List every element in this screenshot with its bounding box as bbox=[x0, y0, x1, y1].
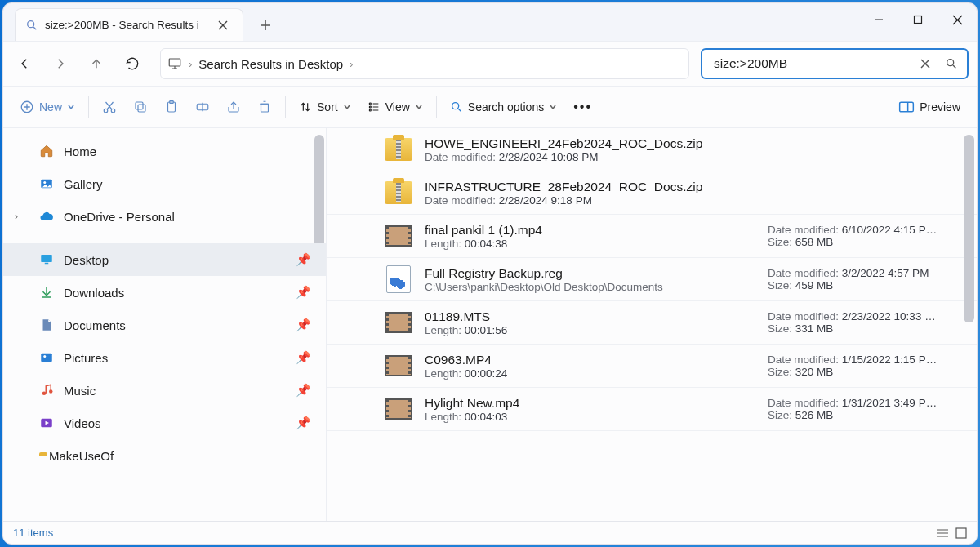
sidebar-item-gallery[interactable]: Gallery bbox=[3, 167, 326, 200]
rename-button[interactable] bbox=[187, 92, 218, 122]
file-row[interactable]: 01189.MTS Length: 00:01:56 Date modified… bbox=[327, 301, 977, 345]
view-menu[interactable]: View bbox=[359, 92, 431, 122]
svg-line-17 bbox=[953, 65, 956, 68]
more-button[interactable]: ••• bbox=[565, 92, 600, 122]
search-input[interactable] bbox=[712, 56, 910, 72]
pin-icon: 📌 bbox=[296, 318, 311, 332]
new-tab-button[interactable] bbox=[252, 11, 279, 39]
active-tab[interactable]: size:>200MB - Search Results i bbox=[15, 8, 243, 41]
svg-line-44 bbox=[458, 109, 461, 111]
results-pane: HOWE_ENGINEERI_24Feb2024_ROC_Docs.zip Da… bbox=[327, 128, 977, 521]
label: Pictures bbox=[64, 351, 108, 365]
video-file-icon bbox=[385, 355, 412, 376]
navigation-pane: Home Gallery › OneDrive - Personal Deskt… bbox=[3, 128, 327, 521]
copy-button[interactable] bbox=[125, 92, 156, 122]
label: Videos bbox=[64, 416, 101, 430]
sidebar-item-downloads[interactable]: Downloads 📌 bbox=[3, 276, 326, 309]
svg-rect-45 bbox=[900, 102, 914, 112]
file-meta: Length: 00:01:56 bbox=[425, 324, 756, 336]
view-label: View bbox=[385, 100, 410, 113]
maximize-button[interactable] bbox=[898, 3, 938, 36]
address-bar: › Search Results in Desktop › bbox=[3, 41, 977, 86]
preview-toggle[interactable]: Preview bbox=[890, 92, 969, 122]
file-row[interactable]: Hylight New.mp4 Length: 00:04:03 Date mo… bbox=[327, 388, 977, 431]
sidebar-item-home[interactable]: Home bbox=[3, 135, 326, 167]
file-right-meta: Date modified: 1/31/2021 3:49 P… Size: 5… bbox=[768, 397, 957, 421]
sidebar-item-documents[interactable]: Documents 📌 bbox=[3, 309, 326, 341]
delete-button[interactable] bbox=[249, 92, 280, 122]
status-bar: 11 items bbox=[3, 521, 977, 544]
file-meta: Date modified: 2/28/2024 10:08 PM bbox=[425, 151, 957, 163]
content-scrollbar[interactable] bbox=[964, 135, 974, 322]
sidebar-item-music[interactable]: Music 📌 bbox=[3, 374, 326, 407]
file-right-meta: Date modified: 6/10/2022 4:15 P… Size: 6… bbox=[768, 224, 957, 248]
search-icon bbox=[25, 19, 38, 32]
refresh-button[interactable] bbox=[116, 49, 149, 78]
chevron-right-icon[interactable]: › bbox=[15, 211, 18, 222]
file-name: INFRASTRUCTURE_28Feb2024_ROC_Docs.zip bbox=[425, 180, 957, 194]
svg-rect-25 bbox=[138, 105, 145, 112]
share-button[interactable] bbox=[218, 92, 249, 122]
file-meta: Date modified: 2/28/2024 9:18 PM bbox=[425, 194, 957, 207]
tab-close-button[interactable] bbox=[212, 14, 234, 37]
file-row[interactable]: INFRASTRUCTURE_28Feb2024_ROC_Docs.zip Da… bbox=[327, 171, 977, 215]
search-box[interactable] bbox=[701, 48, 969, 79]
file-meta: Length: 00:00:24 bbox=[425, 367, 756, 380]
file-row[interactable]: final pankil 1 (1).mp4 Length: 00:04:38 … bbox=[327, 215, 977, 258]
gallery-icon bbox=[39, 176, 54, 191]
video-file-icon bbox=[385, 398, 412, 420]
search-icon[interactable] bbox=[941, 53, 962, 74]
sidebar-item-onedrive[interactable]: › OneDrive - Personal bbox=[3, 200, 326, 233]
svg-point-56 bbox=[49, 389, 53, 394]
pin-icon: 📌 bbox=[296, 285, 311, 300]
pin-icon: 📌 bbox=[296, 252, 311, 267]
window-controls bbox=[859, 3, 977, 36]
paste-button[interactable] bbox=[156, 92, 187, 122]
preview-label: Preview bbox=[920, 100, 960, 113]
sidebar-item-pictures[interactable]: Pictures 📌 bbox=[3, 341, 326, 374]
close-window-button[interactable] bbox=[938, 3, 977, 36]
label: Documents bbox=[64, 318, 126, 332]
svg-line-1 bbox=[33, 27, 36, 29]
svg-point-48 bbox=[43, 181, 46, 184]
file-row[interactable]: C0963.MP4 Length: 00:00:24 Date modified… bbox=[327, 345, 977, 388]
svg-point-0 bbox=[28, 20, 34, 27]
minimize-button[interactable] bbox=[859, 3, 898, 36]
search-options-menu[interactable]: Search options bbox=[442, 92, 565, 122]
cloud-icon bbox=[39, 209, 54, 224]
file-row[interactable]: Full Registry Backup.reg C:\Users\panki\… bbox=[327, 258, 977, 301]
view-switcher bbox=[936, 527, 967, 539]
file-row[interactable]: HOWE_ENGINEERI_24Feb2024_ROC_Docs.zip Da… bbox=[327, 128, 977, 171]
document-icon bbox=[39, 318, 54, 332]
reg-file-icon bbox=[386, 265, 411, 293]
tab-title: size:>200MB - Search Results i bbox=[45, 19, 205, 31]
clear-search-button[interactable] bbox=[915, 53, 936, 74]
label: Music bbox=[64, 384, 96, 398]
sidebar-item-desktop[interactable]: Desktop 📌 bbox=[3, 243, 326, 276]
svg-point-37 bbox=[369, 103, 371, 105]
forward-button[interactable] bbox=[44, 49, 77, 78]
cut-button[interactable] bbox=[94, 92, 125, 122]
svg-point-38 bbox=[369, 106, 371, 108]
label: Desktop bbox=[64, 253, 109, 267]
breadcrumb-bar[interactable]: › Search Results in Desktop › bbox=[160, 48, 689, 79]
sort-menu[interactable]: Sort bbox=[291, 92, 359, 122]
download-icon bbox=[39, 285, 54, 300]
file-name: final pankil 1 (1).mp4 bbox=[425, 223, 756, 238]
ribbon-toolbar: New Sort View Search options ••• bbox=[3, 86, 977, 128]
svg-point-16 bbox=[947, 60, 954, 66]
pin-icon: 📌 bbox=[296, 350, 311, 365]
svg-rect-26 bbox=[136, 102, 143, 109]
body: Home Gallery › OneDrive - Personal Deskt… bbox=[3, 128, 977, 521]
chevron-right-icon: › bbox=[189, 58, 192, 70]
thumbnails-view-button[interactable] bbox=[956, 527, 967, 539]
details-view-button[interactable] bbox=[936, 527, 949, 539]
svg-rect-32 bbox=[261, 104, 269, 112]
home-icon bbox=[39, 144, 54, 158]
back-button[interactable] bbox=[8, 49, 41, 78]
new-menu[interactable]: New bbox=[11, 92, 83, 122]
sidebar-item-videos[interactable]: Videos 📌 bbox=[3, 407, 326, 439]
file-meta: Length: 00:04:38 bbox=[425, 238, 756, 250]
up-button[interactable] bbox=[80, 49, 113, 78]
sidebar-item-makeuseof[interactable]: MakeUseOf bbox=[3, 439, 326, 472]
